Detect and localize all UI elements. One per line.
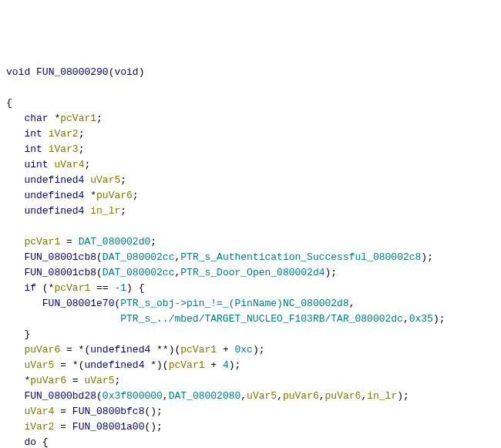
decl-type: char (24, 113, 48, 124)
var-ref[interactable]: puVar6 (283, 390, 319, 402)
data-ref[interactable]: PTR_s_obj->pin_!=_(PinName)NC_080002d8 (120, 298, 348, 309)
data-ref[interactable]: PTR_s_Authentication_Successful_080002c8 (180, 251, 421, 263)
var-ref[interactable]: pcVar1 (180, 344, 217, 355)
function-call[interactable]: FUN_08001cb8 (24, 267, 96, 278)
var-ref[interactable]: uVar5 (84, 375, 114, 386)
decl-var[interactable]: pcVar1 (60, 113, 96, 124)
data-ref[interactable]: PTR_s_Door_Open_080002d4 (180, 267, 324, 278)
number-literal: -1 (114, 282, 126, 294)
number-literal: 0xc (234, 344, 252, 355)
function-call[interactable]: FUN_08001cb8 (24, 251, 96, 263)
var-ref[interactable]: uVar4 (24, 406, 54, 417)
var-ref[interactable]: pcVar1 (54, 282, 90, 294)
decl-ptr: * (90, 190, 96, 201)
var-ref[interactable]: pcVar1 (169, 359, 205, 371)
var-ref[interactable]: pcVar1 (24, 236, 60, 248)
var-ref[interactable]: in_lr (367, 390, 397, 402)
keyword-do: do (24, 436, 36, 448)
function-call[interactable]: FUN_08001a00 (72, 421, 145, 433)
function-call[interactable]: FUN_08001e70 (42, 298, 115, 309)
decl-var[interactable]: puVar6 (96, 190, 133, 201)
decl-var[interactable]: uVar4 (54, 159, 84, 170)
number-literal: 4 (223, 359, 229, 371)
decl-type: int (24, 143, 42, 155)
decl-type: int (24, 128, 42, 140)
data-ref[interactable]: DAT_080002cc (103, 267, 175, 278)
data-ref[interactable]: DAT_08002080 (169, 390, 241, 402)
var-ref[interactable]: iVar2 (24, 421, 54, 433)
decl-type: undefined4 (24, 205, 84, 217)
decl-type: undefined4 (24, 174, 84, 186)
param-list: (void) (109, 66, 145, 78)
decl-var[interactable]: in_lr (90, 205, 120, 217)
number-literal: 0x3f800000 (103, 390, 163, 402)
return-type: void (6, 66, 30, 78)
data-ref[interactable]: PTR_s_../mbed/TARGET_NUCLEO_F103RB/TAR_0… (120, 313, 403, 325)
decl-var[interactable]: iVar3 (49, 143, 79, 155)
var-ref[interactable]: uVar5 (247, 390, 277, 402)
var-ref[interactable]: puVar6 (30, 375, 66, 386)
function-call[interactable]: FUN_0800bd28 (24, 390, 96, 402)
close-brace: } (24, 328, 30, 340)
decompiler-code-view[interactable]: void FUN_08000290(void) { char *pcVar1; … (6, 65, 495, 448)
decl-var[interactable]: iVar2 (49, 128, 79, 140)
data-ref[interactable]: DAT_080002d0 (79, 236, 151, 248)
function-call[interactable]: FUN_0800bfc8 (72, 406, 145, 417)
var-ref[interactable]: puVar6 (24, 344, 60, 355)
decl-type: undefined4 (24, 190, 84, 201)
function-name[interactable]: FUN_08000290 (36, 66, 109, 78)
keyword-if: if (24, 282, 36, 294)
type-cast: undefined4 (90, 344, 150, 355)
number-literal: 0x35 (409, 313, 433, 325)
type-cast: undefined4 (84, 359, 144, 371)
decl-var[interactable]: uVar5 (90, 174, 120, 186)
open-brace: { (6, 97, 12, 109)
var-ref[interactable]: uVar5 (24, 359, 54, 371)
var-ref[interactable]: puVar6 (325, 390, 361, 402)
decl-type: uint (24, 159, 48, 170)
data-ref[interactable]: DAT_080002cc (103, 251, 175, 263)
